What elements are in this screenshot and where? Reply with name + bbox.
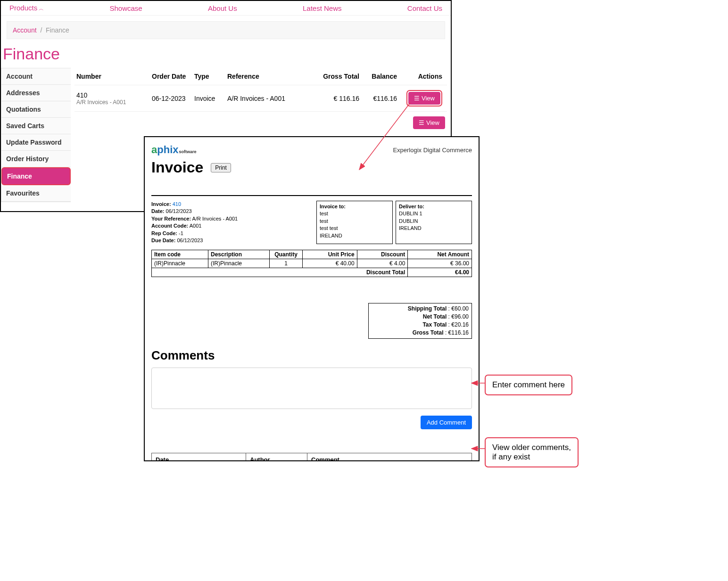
row-gross: € 116.16: [317, 95, 359, 102]
sidebar-item-saved-carts[interactable]: Saved Carts: [1, 118, 71, 134]
row-balance: €116.16: [359, 95, 397, 102]
invoice-number-link[interactable]: 410: [173, 201, 181, 207]
view-button[interactable]: ☰View: [408, 92, 440, 105]
items-header: Item code Description Quantity Unit Pric…: [152, 250, 472, 259]
row-number: 410: [76, 91, 152, 99]
top-nav: Products︿ Showcase About Us Latest News …: [1, 1, 451, 16]
row-date: 06-12-2023: [152, 95, 194, 102]
print-button[interactable]: Print: [211, 163, 231, 172]
comments-heading: Comments: [151, 348, 472, 363]
chevron-up-icon: ︿: [39, 6, 44, 11]
nav-contact[interactable]: Contact Us: [407, 4, 442, 12]
annotation-view-older: View older comments,if any exist: [485, 437, 579, 467]
nav-about[interactable]: About Us: [208, 4, 237, 12]
row-subref: A/R Invoices - A001: [76, 99, 152, 106]
nav-news[interactable]: Latest News: [303, 4, 342, 12]
sidebar-item-finance[interactable]: Finance: [1, 167, 71, 185]
sidebar-item-quotations[interactable]: Quotations: [1, 101, 71, 118]
comment-input[interactable]: [151, 368, 472, 409]
page-title: Finance: [3, 45, 451, 63]
invoice-meta: Invoice: 410 Date: 06/12/2023 Your Refer…: [151, 201, 314, 244]
list-icon: ☰: [419, 119, 424, 126]
items-row: (IR)Pinnacle (IR)Pinnacle 1 € 40.00 € 4.…: [152, 259, 472, 268]
sidebar-item-favourites[interactable]: Favourites: [1, 185, 71, 202]
breadcrumb-current: Finance: [46, 26, 69, 34]
items-table: Item code Description Quantity Unit Pric…: [151, 250, 472, 277]
annotation-enter-comment: Enter comment here: [485, 375, 572, 395]
invoice-title: Invoice: [151, 159, 203, 176]
discount-total-row: Discount Total €4.00: [152, 268, 472, 277]
table-header: Number Order Date Type Reference Gross T…: [74, 68, 447, 85]
comments-table: Date Author Comment 2024-03-11 13:04:56 …: [151, 453, 472, 461]
invoice-to-box: Invoice to: test test test test IRELAND: [316, 201, 393, 244]
company-name: Experlogix Digital Commerce: [393, 147, 472, 154]
sidebar: Account Addresses Quotations Saved Carts…: [1, 68, 71, 202]
breadcrumb: Account / Finance: [7, 21, 445, 39]
sidebar-item-account[interactable]: Account: [1, 68, 71, 85]
aphix-logo: aphixsoftware: [151, 144, 197, 156]
nav-products[interactable]: Products︿: [9, 4, 44, 12]
add-comment-button[interactable]: Add Comment: [421, 416, 472, 429]
list-icon: ☰: [414, 95, 420, 102]
row-reference: A/R Invoices - A001: [227, 95, 317, 102]
totals-box: Shipping Total : €60.00 Net Total : €96.…: [368, 303, 472, 338]
table-row-2: ☰View: [74, 112, 447, 134]
view-button-2[interactable]: ☰View: [413, 116, 445, 129]
sidebar-item-update-password[interactable]: Update Password: [1, 134, 71, 151]
table-row: 410 A/R Invoices - A001 06-12-2023 Invoi…: [74, 85, 447, 112]
row-type: Invoice: [194, 95, 227, 102]
deliver-to-box: Deliver to: DUBLIN 1 DUBLIN IRELAND: [396, 201, 472, 244]
nav-showcase[interactable]: Showcase: [109, 4, 142, 12]
sidebar-item-order-history[interactable]: Order History: [1, 151, 71, 167]
invoice-panel: aphixsoftware Experlogix Digital Commerc…: [144, 136, 480, 461]
sidebar-item-addresses[interactable]: Addresses: [1, 85, 71, 101]
breadcrumb-account[interactable]: Account: [13, 26, 37, 34]
